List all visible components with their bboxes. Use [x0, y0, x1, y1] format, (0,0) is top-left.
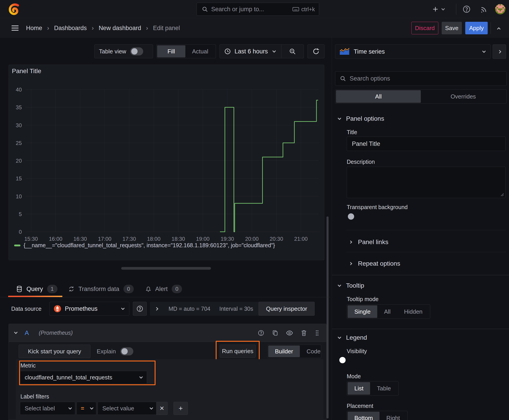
legend-placement-right[interactable]: Right [380, 412, 407, 420]
discard-button[interactable]: Discard [411, 22, 438, 34]
panel-options-header[interactable]: Panel options [338, 115, 384, 122]
legend-mode-list[interactable]: List [348, 382, 370, 395]
breadcrumb-edit-panel: Edit panel [153, 25, 180, 32]
legend-header[interactable]: Legend [338, 334, 367, 341]
duplicate-query-icon[interactable] [272, 330, 278, 336]
select-value-chevron-icon [150, 406, 153, 409]
tooltip-header[interactable]: Tooltip [338, 282, 364, 289]
table-view-toggle[interactable] [130, 47, 143, 55]
select-value-placeholder: Select value [102, 405, 134, 412]
menu-toggle-button[interactable] [10, 23, 20, 33]
svg-text:20:00: 20:00 [245, 236, 258, 242]
query-row-header[interactable]: A (Prometheus) [9, 324, 326, 342]
panel-links-section[interactable]: Panel links [349, 235, 507, 249]
new-menu-button[interactable] [432, 4, 452, 14]
select-value-dropdown[interactable]: Select value [98, 402, 156, 415]
tab-alert[interactable]: Alert 0 [140, 281, 188, 297]
breadcrumb-home[interactable]: Home [26, 25, 42, 32]
run-queries-button[interactable]: Run queries [220, 345, 256, 358]
time-range-label[interactable]: Last 6 hours [235, 48, 268, 55]
svg-text:18:00: 18:00 [147, 236, 160, 242]
search-options-input[interactable]: Search options [335, 71, 507, 86]
legend-series-name: {__name__="cloudflared_tunnel_total_requ… [23, 242, 275, 249]
apply-button[interactable]: Apply [465, 22, 488, 34]
refresh-button[interactable] [307, 45, 325, 58]
transform-icon [68, 286, 75, 292]
time-range-chevron-icon[interactable] [272, 49, 276, 52]
operator-dropdown[interactable]: = [76, 402, 96, 415]
breadcrumb-dashboards[interactable]: Dashboards [54, 25, 87, 32]
code-option[interactable]: Code [300, 345, 327, 357]
drag-handle-icon[interactable] [315, 330, 319, 336]
time-series-chart[interactable]: 051015202530354015:3016:0016:3017:0017:3… [9, 65, 324, 244]
actions-divider [491, 22, 491, 34]
help-button[interactable] [461, 4, 472, 14]
tab-overrides[interactable]: Overrides [421, 90, 506, 103]
panel-title-input[interactable]: Panel Title [347, 137, 506, 151]
table-view-control: Table view [94, 45, 153, 58]
legend-placement-bottom[interactable]: Bottom [348, 412, 380, 420]
metric-label: Metric [20, 362, 36, 369]
tab-transform[interactable]: Transform data 0 [62, 281, 140, 297]
svg-text:16:00: 16:00 [49, 236, 62, 242]
remove-filter-button[interactable]: ✕ [156, 402, 168, 415]
legend-visibility-label: Visibility [347, 348, 367, 354]
top-nav: Search or jump to... ctrl+k [0, 0, 509, 18]
options-expand-chevron-icon[interactable] [155, 307, 159, 310]
main-scrollbar[interactable] [327, 217, 328, 419]
grafana-logo-icon[interactable] [8, 3, 20, 16]
tooltip-mode-single[interactable]: Single [348, 305, 377, 318]
select-label-dropdown[interactable]: Select label [20, 402, 75, 415]
add-filter-button[interactable]: + [174, 402, 188, 415]
tab-query[interactable]: Query 1 [8, 281, 62, 297]
collapse-sidebar-button[interactable] [493, 45, 506, 59]
query-ref-id: A [25, 329, 29, 337]
datasource-help-button[interactable] [133, 302, 147, 316]
zoom-out-icon[interactable] [289, 48, 296, 55]
tooltip-mode-hidden[interactable]: Hidden [397, 305, 429, 318]
legend-mode-table[interactable]: Table [370, 382, 397, 395]
chart-legend[interactable]: {__name__="cloudflared_tunnel_total_requ… [14, 242, 275, 249]
query-collapse-chevron-icon[interactable] [14, 330, 18, 334]
panel-title-value: Panel Title [352, 141, 380, 147]
search-shortcut: ctrl+k [301, 6, 315, 13]
svg-text:18:30: 18:30 [171, 236, 185, 242]
panel-card: Panel Title 051015202530354015:3016:0016… [8, 65, 324, 260]
fill-option[interactable]: Fill [157, 45, 185, 57]
breadcrumb-new-dashboard[interactable]: New dashboard [99, 25, 141, 32]
builder-code-segmented: Builder Code [267, 345, 321, 358]
toggle-visibility-icon[interactable] [286, 330, 293, 336]
clock-icon [224, 48, 231, 55]
prometheus-icon [54, 305, 61, 313]
select-label-chevron-icon [68, 406, 72, 409]
actual-option[interactable]: Actual [185, 45, 215, 57]
delete-query-icon[interactable] [301, 330, 307, 336]
save-button[interactable]: Save [442, 22, 462, 34]
query-help-icon[interactable] [258, 330, 264, 336]
tooltip-mode-segmented: Single All Hidden [347, 304, 430, 319]
visualization-picker[interactable]: Time series [335, 45, 491, 59]
explain-toggle[interactable] [120, 347, 133, 355]
query-editor-card: A (Prometheus) [8, 324, 327, 420]
builder-option[interactable]: Builder [268, 345, 300, 357]
collapse-header-button[interactable] [494, 24, 503, 32]
section-divider [346, 252, 506, 252]
user-avatar[interactable] [495, 4, 505, 14]
resize-handle[interactable] [121, 267, 211, 270]
section-chevron-icon [338, 116, 341, 120]
options-sidebar: Time series Search options All Overrides… [332, 38, 509, 420]
svg-text:5: 5 [19, 211, 22, 217]
tab-all[interactable]: All [336, 90, 421, 103]
description-textarea[interactable] [347, 167, 506, 198]
datasource-picker[interactable]: Prometheus [49, 302, 129, 316]
operator-value: = [81, 405, 84, 412]
svg-text:35: 35 [16, 104, 22, 110]
tooltip-mode-all[interactable]: All [377, 305, 397, 318]
query-inspector-button[interactable]: Query inspector [258, 302, 315, 316]
svg-text:30: 30 [16, 122, 22, 128]
repeat-options-section[interactable]: Repeat options [349, 256, 507, 271]
metric-select[interactable]: cloudflared_tunnel_total_requests [20, 371, 147, 384]
global-search-input[interactable]: Search or jump to... ctrl+k [197, 3, 319, 16]
kick-start-query-button[interactable]: Kick start your query [19, 345, 91, 358]
news-rss-button[interactable] [479, 4, 489, 14]
